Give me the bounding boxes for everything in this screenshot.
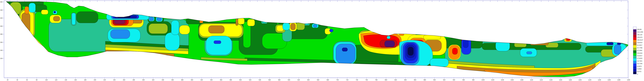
y-tick-label: 320 bbox=[0, 17, 2, 19]
legend-color-box bbox=[633, 53, 636, 56]
x-tick-label: 580 bbox=[278, 79, 280, 80]
legend-color-box bbox=[633, 64, 636, 66]
x-tick-label: 280 bbox=[132, 79, 135, 80]
x-tick-label: 240 bbox=[113, 79, 116, 80]
contour-region bbox=[607, 42, 613, 45]
legend-level-label: 29,0243 bbox=[637, 52, 642, 54]
contour-region bbox=[424, 35, 441, 39]
contour-region bbox=[342, 48, 348, 51]
x-tick-label: 680 bbox=[327, 79, 329, 80]
legend-color-box bbox=[633, 42, 636, 45]
legend-color-box bbox=[633, 37, 636, 40]
legend-level-label: 5,0711 bbox=[637, 71, 642, 72]
contour-region bbox=[617, 43, 621, 45]
x-tick-label: 1000 bbox=[482, 79, 484, 80]
legend-color-box bbox=[633, 32, 636, 34]
x-tick-label: 60 bbox=[26, 79, 28, 80]
contour-region bbox=[110, 30, 130, 38]
contour-region bbox=[430, 58, 448, 67]
x-tick-label: 880 bbox=[424, 79, 426, 80]
contour-region bbox=[149, 17, 154, 21]
legend-level-label: 61,3017 bbox=[637, 44, 642, 46]
legend-color-box bbox=[633, 27, 636, 30]
contour-region bbox=[282, 23, 290, 30]
x-tick-label: 260 bbox=[123, 79, 125, 80]
contour-region bbox=[208, 26, 224, 33]
x-tick-label: 460 bbox=[220, 79, 222, 80]
x-tick-label: 800 bbox=[385, 79, 387, 80]
x-tick-label: 1240 bbox=[598, 79, 601, 80]
x-tick-label: 720 bbox=[346, 79, 348, 80]
x-tick-label: 1080 bbox=[520, 79, 523, 80]
legend-color-box bbox=[633, 45, 636, 48]
x-tick-label: 1020 bbox=[491, 79, 494, 80]
x-tick-label: 780 bbox=[375, 79, 378, 80]
x-tick-label: 660 bbox=[317, 79, 319, 80]
x-tick-label: 640 bbox=[307, 79, 310, 80]
x-tick-label: 960 bbox=[462, 79, 465, 80]
x-tick-label: 420 bbox=[200, 79, 203, 80]
legend-level-label: 22,6217 bbox=[637, 55, 642, 56]
legend-color-box bbox=[633, 30, 636, 32]
contour-region bbox=[206, 36, 232, 55]
contour-region bbox=[530, 41, 548, 45]
legend-level-label: 100,9127 bbox=[637, 39, 643, 41]
contour-region bbox=[25, 6, 29, 14]
legend-level-label: 129,474 bbox=[637, 36, 642, 38]
x-tick-label: 1120 bbox=[540, 79, 543, 80]
legend-color-box bbox=[633, 35, 636, 37]
legend-color-box bbox=[633, 48, 636, 50]
x-tick-label: 340 bbox=[162, 79, 164, 80]
contour-region bbox=[72, 13, 76, 25]
resistivity-cross-section-figure: 2040608010012014016018020022024026028030… bbox=[0, 0, 644, 81]
x-tick-label: 860 bbox=[414, 79, 416, 80]
x-tick-label: 480 bbox=[230, 79, 232, 80]
x-tick-label: 920 bbox=[443, 79, 446, 80]
x-tick-label: 40 bbox=[16, 79, 18, 80]
x-tick-label: 140 bbox=[65, 79, 67, 80]
x-tick-label: 120 bbox=[55, 79, 57, 80]
contour-region bbox=[290, 24, 296, 30]
x-tick-label: 20 bbox=[7, 79, 8, 80]
x-tick-label: 200 bbox=[94, 79, 96, 80]
x-tick-label: 520 bbox=[249, 79, 251, 80]
contour-region bbox=[296, 22, 305, 30]
x-tick-label: 80 bbox=[36, 79, 38, 80]
contour-region bbox=[330, 29, 333, 32]
x-tick-label: 940 bbox=[453, 79, 455, 80]
legend-color-box bbox=[633, 66, 636, 69]
contour-region bbox=[336, 44, 355, 64]
contour-region bbox=[236, 19, 238, 26]
legend-level-label: 309,85 bbox=[637, 29, 642, 30]
x-tick-label: 1160 bbox=[559, 79, 562, 80]
y-tick-label: 220 bbox=[0, 58, 2, 59]
x-tick-label: 1060 bbox=[510, 79, 514, 80]
legend-level-label: 166,119 bbox=[637, 34, 642, 36]
contour-region bbox=[157, 17, 162, 21]
x-tick-label: 220 bbox=[104, 79, 106, 80]
contour-region bbox=[408, 47, 414, 56]
y-tick-label: 280 bbox=[0, 34, 2, 35]
x-tick-label: 740 bbox=[356, 79, 358, 80]
contour-region bbox=[149, 24, 168, 34]
x-tick-label: 760 bbox=[366, 79, 368, 80]
legend-level-label: 6,5064 bbox=[637, 68, 642, 70]
legend-level-label: 37,2391 bbox=[637, 50, 642, 51]
contour-region bbox=[526, 52, 532, 54]
y-tick-label: 360 bbox=[0, 1, 2, 3]
legend-color-box bbox=[633, 50, 636, 53]
x-tick-label: 440 bbox=[210, 79, 212, 80]
x-tick-label: 360 bbox=[171, 79, 174, 80]
legend-level-label: 78,6519 bbox=[637, 42, 642, 43]
legend-level-label: 17,6315 bbox=[637, 58, 642, 59]
contour-region bbox=[313, 24, 317, 27]
legend-level-label: 8,3479 bbox=[637, 66, 642, 67]
contour-region bbox=[452, 48, 458, 54]
contour-region bbox=[29, 3, 36, 12]
contour-region bbox=[247, 19, 255, 26]
legend-level-label: 0 bbox=[637, 74, 638, 75]
x-tick-label: 1260 bbox=[608, 79, 611, 80]
contour-figure-svg: 2040608010012014016018020022024026028030… bbox=[0, 0, 644, 81]
legend-color-box bbox=[633, 56, 636, 58]
legend-color-box bbox=[633, 58, 636, 61]
